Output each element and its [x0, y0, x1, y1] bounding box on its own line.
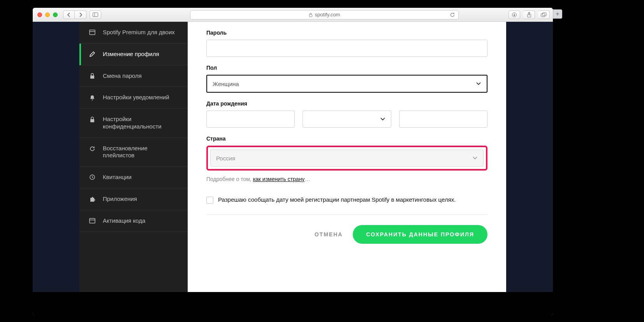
svg-point-10 — [92, 99, 93, 100]
sidebar-item-notifications[interactable]: Настройки уведомлений — [79, 87, 188, 109]
svg-rect-11 — [90, 119, 94, 122]
svg-rect-5 — [541, 14, 545, 17]
back-button[interactable] — [63, 11, 75, 19]
sidebar-item-label: Spotify Premium для двоих — [103, 29, 175, 36]
clock-icon — [89, 174, 96, 180]
card-icon — [89, 218, 96, 223]
window-controls — [36, 12, 58, 17]
svg-rect-13 — [90, 218, 95, 223]
chevron-down-icon — [476, 82, 481, 86]
gender-label: Пол — [206, 65, 487, 71]
sidebar-item-label: Настройки конфиденциальности — [103, 116, 178, 130]
svg-rect-7 — [90, 30, 95, 35]
page-viewport: Spotify Premium для двоих Изменение проф… — [33, 22, 553, 315]
country-select[interactable]: Россия — [210, 150, 484, 167]
dob-month-select[interactable] — [303, 111, 391, 128]
sidebar-item-edit-profile[interactable]: Изменение профиля — [79, 44, 188, 65]
address-bar[interactable]: spotify.com — [190, 10, 459, 19]
sidebar-item-label: Изменение профиля — [103, 51, 159, 58]
dob-year-input[interactable] — [399, 111, 487, 128]
profile-form: Пароль Пол Женщина Дата рождения Стра — [188, 22, 506, 292]
new-tab-button[interactable]: + — [553, 9, 562, 19]
safari-window: spotify.com — [33, 8, 553, 315]
password-label: Пароль — [206, 30, 487, 36]
country-label: Страна — [206, 135, 487, 142]
sidebar-item-label: Приложения — [103, 195, 137, 203]
dob-label: Дата рождения — [206, 100, 487, 107]
refresh-icon — [89, 146, 96, 152]
sidebar-item-privacy[interactable]: Настройки конфиденциальности — [79, 109, 188, 138]
svg-rect-2 — [309, 14, 312, 17]
sidebar-item-label: Квитанции — [103, 174, 132, 181]
lock-icon — [89, 116, 96, 123]
country-highlight: Россия — [206, 146, 487, 171]
close-window-button[interactable] — [37, 12, 42, 17]
address-bar-domain: spotify.com — [315, 12, 340, 18]
bell-icon — [89, 95, 96, 101]
gender-value: Женщина — [213, 81, 239, 87]
sidebar-item-receipts[interactable]: Квитанции — [79, 167, 188, 188]
sidebar-item-label: Активация кода — [103, 217, 145, 225]
country-value: Россия — [216, 155, 235, 162]
svg-rect-9 — [90, 76, 94, 79]
sidebar-item-premium-duo[interactable]: Spotify Premium для двоих — [79, 22, 188, 44]
share-button[interactable] — [523, 11, 535, 19]
marketing-consent-label: Разрешаю сообщать дату моей регистрации … — [218, 196, 456, 203]
password-input[interactable] — [206, 40, 487, 57]
chevron-down-icon — [380, 117, 385, 121]
cancel-button[interactable]: ОТМЕНА — [311, 226, 346, 243]
account-sidebar: Spotify Premium для двоих Изменение проф… — [79, 22, 188, 292]
sidebar-item-redeem[interactable]: Активация кода — [79, 210, 188, 232]
marketing-consent-checkbox[interactable] — [206, 197, 213, 204]
sidebar-item-label: Настройки уведомлений — [103, 94, 169, 101]
reload-icon[interactable] — [450, 12, 455, 18]
sidebar-item-label: Восстановление плейлистов — [103, 145, 178, 160]
save-profile-button[interactable]: СОХРАНИТЬ ДАННЫЕ ПРОФИЛЯ — [353, 225, 487, 244]
zoom-window-button[interactable] — [53, 12, 58, 17]
gender-select[interactable]: Женщина — [206, 75, 487, 93]
sidebar-item-change-password[interactable]: Смена пароля — [79, 65, 188, 87]
sidebar-toggle-button[interactable] — [90, 11, 101, 19]
pencil-icon — [89, 51, 96, 57]
tabs-button[interactable] — [538, 11, 550, 19]
forward-button[interactable] — [75, 11, 86, 19]
change-country-link[interactable]: как изменить страну — [253, 176, 305, 182]
lock-icon — [309, 12, 313, 17]
sidebar-item-apps[interactable]: Приложения — [79, 188, 188, 210]
browser-toolbar: spotify.com — [33, 8, 553, 22]
dob-day-input[interactable] — [206, 111, 295, 128]
sidebar-item-label: Смена пароля — [103, 72, 142, 80]
svg-rect-6 — [542, 12, 546, 16]
downloads-button[interactable] — [509, 11, 520, 19]
page-footer — [33, 292, 553, 315]
card-icon — [89, 30, 96, 35]
divider — [206, 215, 487, 215]
lock-icon — [89, 73, 96, 79]
svg-rect-0 — [93, 13, 98, 17]
puzzle-icon — [89, 196, 96, 202]
minimize-window-button[interactable] — [45, 12, 50, 17]
country-help-text: Подробнее о том, как изменить страну… — [206, 176, 487, 182]
sidebar-item-recover-playlists[interactable]: Восстановление плейлистов — [79, 138, 188, 167]
chevron-down-icon — [472, 156, 478, 160]
